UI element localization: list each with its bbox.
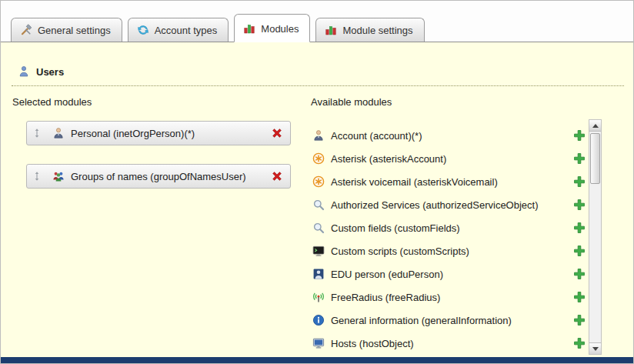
module-label: Groups of names (groupOfNamesUser) [71, 171, 271, 182]
plus-icon [573, 245, 586, 257]
add-module-button[interactable] [573, 129, 586, 142]
tab-account-types[interactable]: Account types [128, 18, 229, 42]
available-module-row: Account (account)(*) [312, 124, 586, 147]
plus-icon [573, 129, 586, 142]
tab-label: General settings [38, 25, 111, 36]
asterisk-icon [312, 175, 325, 188]
available-modules-scrollbar [589, 119, 602, 355]
selected-modules-list: Personal (inetOrgPerson)(*) Groups of na… [26, 121, 291, 207]
add-module-button[interactable] [573, 152, 586, 165]
add-module-button[interactable] [573, 291, 586, 303]
add-module-button[interactable] [573, 175, 586, 188]
scroll-up-button[interactable] [589, 120, 601, 132]
tab-bar: General settings Account types Modules M… [1, 1, 633, 42]
edu-person-icon [312, 268, 325, 280]
module-label: Asterisk (asteriskAccount) [331, 153, 573, 165]
tab-label: Module settings [342, 25, 412, 36]
plus-icon [573, 291, 586, 303]
module-label: Custom scripts (customScripts) [331, 245, 573, 257]
scrollbar-thumb[interactable] [590, 133, 600, 184]
refresh-gear-icon [137, 24, 149, 36]
module-label: Authorized Services (authorizedServiceOb… [331, 199, 573, 211]
sort-handle-icon[interactable] [32, 171, 42, 182]
plus-icon [573, 222, 586, 234]
host-icon [312, 337, 325, 349]
selected-modules-heading: Selected modules [12, 96, 92, 108]
module-label: Asterisk voicemail (asteriskVoicemail) [331, 176, 573, 188]
plus-icon [573, 175, 586, 188]
delete-x-icon [271, 170, 283, 182]
selected-module-row: Personal (inetOrgPerson)(*) [26, 121, 291, 145]
available-module-row: Hosts (hostObject) [312, 332, 586, 355]
terminal-icon [312, 245, 325, 257]
magnifier-icon [312, 199, 325, 211]
plus-icon [573, 199, 586, 211]
add-module-button[interactable] [573, 268, 586, 280]
asterisk-icon [312, 152, 325, 165]
available-module-row: FreeRadius (freeRadius) [312, 286, 586, 309]
modules-icon [325, 24, 337, 36]
delete-x-icon [271, 127, 283, 139]
module-label: Custom fields (customFields) [331, 222, 573, 234]
available-module-row: Asterisk (asteriskAccount) [312, 147, 586, 170]
add-module-button[interactable] [573, 199, 586, 211]
module-label: Account (account)(*) [331, 130, 573, 142]
users-section-header: Users [18, 65, 64, 78]
plus-icon [573, 337, 586, 349]
scroll-down-button[interactable] [589, 342, 601, 354]
remove-module-button[interactable] [271, 170, 283, 182]
person-icon [52, 127, 65, 139]
add-module-button[interactable] [573, 245, 586, 257]
group-icon [52, 170, 65, 182]
available-module-row: General information (generalInformation) [312, 309, 586, 332]
add-module-button[interactable] [573, 337, 586, 349]
available-modules-heading: Available modules [311, 96, 392, 108]
add-module-button[interactable] [573, 314, 586, 326]
person-icon [312, 129, 325, 142]
scrollbar-track[interactable] [589, 132, 601, 342]
module-label: Personal (inetOrgPerson)(*) [71, 128, 271, 139]
user-icon [18, 65, 30, 78]
section-title: Users [36, 66, 64, 78]
footer-bar [1, 357, 633, 363]
info-icon [312, 314, 325, 326]
tools-icon [20, 24, 32, 36]
magnifier-icon [312, 222, 325, 234]
available-modules-list: Account (account)(*) Asterisk (asteriskA… [312, 124, 586, 355]
module-label: General information (generalInformation) [331, 315, 573, 326]
sort-handle-icon[interactable] [32, 128, 42, 139]
modules-panel: Users Selected modules Available modules… [1, 42, 633, 357]
antenna-icon [312, 291, 325, 303]
available-module-row: EDU person (eduPerson) [312, 262, 586, 286]
tab-label: Modules [261, 23, 299, 35]
plus-icon [573, 314, 586, 326]
add-module-button[interactable] [573, 222, 586, 234]
available-module-row: Custom fields (customFields) [312, 216, 586, 239]
section-divider [12, 85, 624, 86]
tab-modules[interactable]: Modules [234, 14, 310, 42]
module-label: Hosts (hostObject) [331, 338, 573, 349]
tab-label: Account types [155, 25, 218, 36]
available-module-row: Custom scripts (customScripts) [312, 239, 586, 262]
arrow-up-icon [592, 124, 599, 128]
module-label: FreeRadius (freeRadius) [331, 292, 573, 303]
plus-icon [573, 268, 586, 280]
arrow-down-icon [592, 347, 599, 351]
plus-icon [573, 152, 586, 165]
tab-module-settings[interactable]: Module settings [315, 18, 424, 42]
tab-general-settings[interactable]: General settings [11, 18, 122, 42]
module-config-window: General settings Account types Modules M… [0, 0, 634, 364]
available-module-row: Asterisk voicemail (asteriskVoicemail) [312, 170, 586, 193]
available-module-row: Authorized Services (authorizedServiceOb… [312, 193, 586, 216]
modules-icon [243, 22, 255, 35]
module-label: EDU person (eduPerson) [331, 269, 573, 280]
selected-module-row: Groups of names (groupOfNamesUser) [26, 164, 291, 189]
remove-module-button[interactable] [271, 127, 283, 139]
